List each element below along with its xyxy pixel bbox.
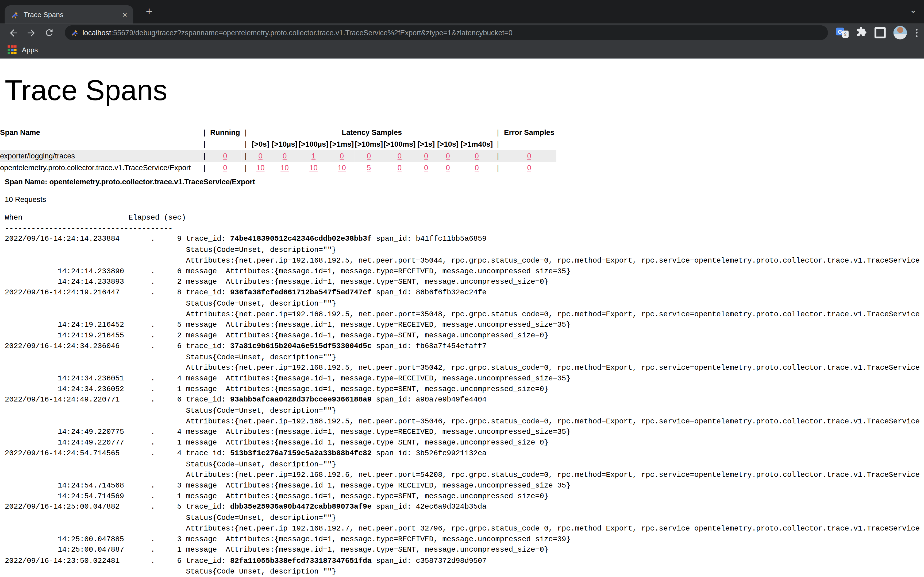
translate-icon[interactable]: G 文: [836, 28, 849, 38]
col-running: Running: [208, 127, 241, 139]
latency-bucket-link[interactable]: 0: [397, 164, 402, 172]
separator: |: [494, 127, 502, 139]
browser-menu-icon[interactable]: [914, 29, 918, 37]
latency-bucket-link[interactable]: 5: [367, 164, 371, 172]
latency-bucket-link[interactable]: 0: [475, 152, 478, 160]
latency-bucket-link[interactable]: 0: [446, 164, 450, 172]
trace-entry-attributes: Attributes:{net.peer.ip=192.168.192.5, n…: [5, 416, 924, 427]
url-host: localhost: [82, 29, 111, 37]
span-id: span_id: 86b6f6fb32ec24fe: [372, 289, 486, 297]
side-panel-icon[interactable]: [874, 27, 886, 38]
toolbar-icons: G 文: [836, 26, 918, 40]
forward-button[interactable]: [24, 25, 39, 40]
error-count-link[interactable]: 0: [527, 164, 531, 172]
separator: |: [242, 162, 250, 174]
entry-when: 2022/09/16-14:24:19.216447 . 8 trace_id:: [5, 289, 230, 297]
bookmark-apps[interactable]: Apps: [22, 46, 38, 54]
span-id: span_id: a90a7e9b49fe4404: [372, 396, 486, 404]
col-latency-samples: Latency Samples: [250, 127, 494, 139]
trace-entry-attributes: Attributes:{net.peer.ip=192.168.192.6, n…: [5, 470, 924, 480]
separator: |: [242, 127, 250, 139]
trace-entry-message: 14:24:54.714568 . 3 message Attributes:{…: [5, 480, 924, 491]
latency-bucket-link[interactable]: 0: [340, 152, 344, 160]
translate-wen-glyph: 文: [842, 31, 849, 38]
running-count-link[interactable]: 0: [223, 164, 227, 172]
span-name-cell: opentelemetry.proto.collector.trace.v1.T…: [0, 162, 200, 174]
trace-entry-status: Status{Code=Unset, description=""}: [5, 406, 924, 416]
trace-id: 936fa38fcfed661712ba547f5ed747cf: [230, 289, 372, 297]
new-tab-button[interactable]: +: [141, 4, 157, 19]
profile-avatar[interactable]: [893, 26, 907, 40]
latency-bucket-link[interactable]: 10: [309, 164, 318, 172]
bucket-label: [>10µs]: [271, 139, 298, 150]
entry-when: 2022/09/16-14:23:50.022481 . 6 trace_id:: [5, 557, 230, 565]
url-text: localhost:55679/debug/tracez?zspanname=o…: [82, 29, 512, 37]
bucket-label: [>100µs]: [298, 139, 329, 150]
trace-id: 93abb5afcaa0428d37bccee9366188a9: [230, 396, 372, 404]
span-summary-table: Span Name | Running | Latency Samples | …: [0, 127, 556, 174]
span-id: span_id: 3b526fe9921132ea: [372, 450, 486, 458]
bucket-label: [>0s]: [250, 139, 271, 150]
bucket-label: [>1s]: [416, 139, 436, 150]
trace-entry-status: Status{Code=Unset, description=""}: [5, 459, 924, 470]
trace-entry-message: 14:24:49.220775 . 4 message Attributes:{…: [5, 427, 924, 438]
trace-entry-message: 14:25:00.047887 . 1 message Attributes:{…: [5, 545, 924, 555]
bucket-label: [>1m40s]: [460, 139, 494, 150]
tab-search-chevron-icon[interactable]: ⌄: [909, 5, 917, 16]
latency-bucket-link[interactable]: 0: [424, 164, 428, 172]
latency-bucket-link[interactable]: 10: [338, 164, 346, 172]
latency-bucket-link[interactable]: 0: [258, 152, 263, 160]
trace-entry-head: 2022/09/16-14:24:54.714565 . 4 trace_id:…: [5, 448, 924, 459]
latency-bucket-link[interactable]: 0: [397, 152, 402, 160]
separator: |: [200, 162, 208, 174]
trace-entry-head: 2022/09/16-14:23:50.022481 . 6 trace_id:…: [5, 556, 924, 566]
trace-entry-head: 2022/09/16-14:24:34.236046 . 6 trace_id:…: [5, 341, 924, 352]
entry-when: 2022/09/16-14:25:00.047882 . 5 trace_id:: [5, 503, 230, 511]
trace-entry-attributes: Attributes:{net.peer.ip=192.168.192.5, n…: [5, 255, 924, 266]
trace-entry-status: Status{Code=Unset, description=""}: [5, 352, 924, 363]
trace-log: When Elapsed (sec) ---------------------…: [5, 213, 924, 577]
latency-bucket-link[interactable]: 1: [312, 152, 315, 160]
latency-bucket-link[interactable]: 0: [283, 152, 287, 160]
extensions-puzzle-icon[interactable]: [856, 26, 867, 39]
trace-entry-message: 14:24:19.216455 . 2 message Attributes:{…: [5, 330, 924, 341]
url-bar[interactable]: localhost:55679/debug/tracez?zspanname=o…: [65, 25, 828, 40]
span-id: span_id: c3587372d98d9507: [372, 557, 486, 565]
trace-entry-head: 2022/09/16-14:24:49.220771 . 6 trace_id:…: [5, 395, 924, 406]
tab-trace-spans[interactable]: Trace Spans ×: [5, 5, 133, 24]
separator: |: [494, 162, 502, 174]
latency-bucket-link[interactable]: 10: [257, 164, 265, 172]
trace-entry-attributes: Attributes:{net.peer.ip=192.168.192.7, n…: [5, 523, 924, 534]
telescope-favicon-icon: [11, 10, 19, 19]
trace-entry-message: 14:24:14.233890 . 6 message Attributes:{…: [5, 266, 924, 277]
entry-when: 2022/09/16-14:24:54.714565 . 4 trace_id:: [5, 450, 230, 458]
separator: |: [200, 150, 208, 162]
url-path: :55679/debug/tracez?zspanname=openteleme…: [111, 29, 512, 37]
running-count-link[interactable]: 0: [223, 152, 227, 160]
span-id: span_id: b41ffc11bb5a6859: [372, 235, 486, 243]
latency-bucket-link[interactable]: 0: [424, 152, 428, 160]
reload-button[interactable]: [41, 25, 57, 40]
bucket-header-row: | | [>0s] [>10µs] [>100µs] [>1ms] [>10ms…: [0, 139, 556, 150]
browser-window: Trace Spans × + ⌄ loca: [0, 0, 924, 577]
trace-id: dbb35e25936a90b4472cabb89073af9e: [230, 503, 372, 511]
error-count-link[interactable]: 0: [527, 152, 531, 160]
trace-entry-attributes: Attributes:{net.peer.ip=192.168.192.5, n…: [5, 309, 924, 320]
forward-arrow-icon: [26, 27, 37, 38]
latency-bucket-link[interactable]: 0: [446, 152, 450, 160]
tab-close-icon[interactable]: ×: [123, 10, 127, 19]
col-error-samples: Error Samples: [502, 127, 556, 139]
latency-bucket-link[interactable]: 0: [367, 152, 371, 160]
tracez-page: Trace Spans Span Name | Running | Latenc…: [0, 74, 924, 577]
span-id: span_id: 42ec6a9d324b35da: [372, 503, 486, 511]
bucket-label: [>10ms]: [355, 139, 383, 150]
trace-id: 82fa11055b338efcd733187347651fda: [230, 557, 372, 565]
table-row: opentelemetry.proto.collector.trace.v1.T…: [0, 162, 556, 174]
request-count: 10 Requests: [5, 195, 924, 205]
latency-bucket-link[interactable]: 10: [281, 164, 289, 172]
back-button[interactable]: [6, 25, 21, 40]
trace-entry-status: Status{Code=Unset, description=""}: [5, 566, 924, 577]
entry-when: 2022/09/16-14:24:34.236046 . 6 trace_id:: [5, 342, 230, 351]
latency-bucket-link[interactable]: 0: [475, 164, 478, 172]
browser-toolbar: localhost:55679/debug/tracez?zspanname=o…: [0, 24, 924, 42]
